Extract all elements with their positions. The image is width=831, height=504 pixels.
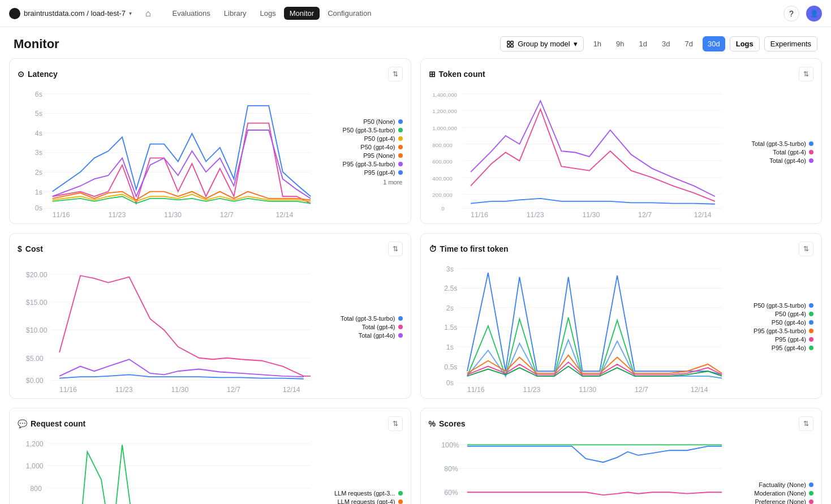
brand-dot	[9, 8, 20, 19]
avatar[interactable]: 👤	[806, 6, 822, 21]
legend-dot	[398, 162, 403, 166]
svg-text:12/7: 12/7	[634, 386, 648, 394]
svg-text:1,200,000: 1,200,000	[432, 108, 457, 114]
latency-chart-header: ⊙ Latency ⇅	[18, 67, 403, 81]
svg-text:12/14: 12/14	[690, 386, 708, 394]
legend-item: P95 (gpt-4)	[734, 336, 813, 343]
request-count-legend: LLM requests (gpt-3... LLM requests (gpt…	[324, 438, 403, 504]
svg-text:$0.00: $0.00	[26, 377, 44, 385]
svg-rect-2	[507, 44, 510, 46]
token-count-chart-card: ⊞ Token count ⇅ 1,400,000 1,200,000 1,00…	[420, 58, 823, 224]
request-count-chart-header: 💬 Request count ⇅	[18, 416, 403, 431]
latency-icon: ⊙	[18, 70, 24, 79]
request-count-chart-body: 1,200 1,000 800 600 400 200 0	[18, 438, 403, 504]
legend-item: LLM requests (gpt-3...	[324, 490, 403, 497]
legend-dot	[398, 499, 403, 504]
svg-rect-3	[511, 44, 513, 46]
legend-dot	[398, 128, 403, 132]
header-controls: Group by model ▾ 1h 9h 1d 3d 7d 30d Logs…	[500, 36, 817, 51]
ttft-filter-button[interactable]: ⇅	[799, 242, 813, 256]
cost-svg: $20.00 $15.00 $10.00 $5.00 $0.00	[18, 263, 318, 389]
legend-item: LLM requests (gpt-4)	[324, 498, 403, 504]
token-count-filter-button[interactable]: ⇅	[799, 67, 813, 81]
time-3d[interactable]: 3d	[657, 36, 675, 51]
svg-text:11/23: 11/23	[526, 211, 544, 219]
svg-text:11/30: 11/30	[579, 386, 596, 394]
legend-item: Total (gpt-3.5-turbo)	[324, 315, 403, 322]
cost-legend: Total (gpt-3.5-turbo) Total (gpt-4) Tota…	[324, 263, 403, 390]
view-experiments[interactable]: Experiments	[764, 36, 817, 51]
svg-text:2.5s: 2.5s	[444, 285, 457, 292]
svg-text:11/30: 11/30	[582, 211, 600, 219]
latency-filter-button[interactable]: ⇅	[388, 67, 403, 81]
legend-more: 1 more	[324, 179, 403, 186]
legend-item: Total (gpt-4o)	[324, 332, 403, 339]
svg-text:1,400,000: 1,400,000	[432, 92, 457, 98]
legend-dot	[809, 141, 813, 146]
token-count-chart-body: 1,400,000 1,200,000 1,000,000 800,000 60…	[429, 88, 814, 216]
svg-text:$15.00: $15.00	[26, 299, 48, 307]
help-icon[interactable]: ?	[783, 6, 799, 21]
cost-chart-body: $20.00 $15.00 $10.00 $5.00 $0.00	[18, 263, 403, 390]
token-count-chart-header: ⊞ Token count ⇅	[429, 67, 814, 81]
scores-filter-button[interactable]: ⇅	[799, 416, 813, 431]
svg-text:1,000: 1,000	[26, 462, 44, 470]
svg-text:6s: 6s	[35, 91, 42, 98]
brand[interactable]: braintrustdata.com / load-test-7 ▾	[9, 8, 132, 19]
group-by-button[interactable]: Group by model ▾	[500, 36, 584, 51]
time-30d[interactable]: 30d	[703, 36, 725, 51]
legend-dot	[398, 491, 403, 496]
latency-legend: P50 (None) P50 (gpt-3.5-turbo) P50 (gpt-…	[324, 88, 403, 216]
latency-chart-body: 6s 5s 4s 3s 2s 1s 0s	[18, 88, 403, 216]
token-count-icon: ⊞	[429, 70, 436, 79]
legend-item: Total (gpt-4)	[734, 149, 813, 156]
svg-text:80%: 80%	[444, 465, 458, 473]
legend-dot	[809, 303, 813, 308]
token-count-svg: 1,400,000 1,200,000 1,000,000 800,000 60…	[429, 88, 729, 214]
svg-text:60%: 60%	[444, 489, 458, 497]
svg-text:11/23: 11/23	[523, 386, 540, 394]
view-logs[interactable]: Logs	[730, 36, 760, 51]
time-7d[interactable]: 7d	[680, 36, 698, 51]
latency-chart-title: ⊙ Latency	[18, 70, 58, 79]
nav-library[interactable]: Library	[218, 7, 252, 20]
time-9h[interactable]: 9h	[611, 36, 629, 51]
nav-logs[interactable]: Logs	[255, 7, 282, 20]
cost-filter-button[interactable]: ⇅	[388, 242, 403, 256]
legend-item: Total (gpt-3.5-turbo)	[734, 140, 813, 147]
nav-configuration[interactable]: Configuration	[322, 7, 377, 20]
charts-grid: ⊙ Latency ⇅ 6s 5s 4s 3s 2s 1s 0s	[0, 58, 831, 504]
time-to-first-token-chart-card: ⏱ Time to first token ⇅ 3s 2.5s 2s 1.5s …	[420, 233, 823, 399]
time-1d[interactable]: 1d	[634, 36, 652, 51]
svg-text:12/7: 12/7	[220, 211, 234, 219]
legend-dot	[809, 483, 813, 487]
ttft-chart-body: 3s 2.5s 2s 1.5s 1s 0.5s 0s	[429, 263, 814, 390]
legend-dot	[809, 312, 813, 316]
cost-icon: $	[18, 244, 22, 253]
svg-text:5s: 5s	[35, 110, 42, 118]
request-count-chart-card: 💬 Request count ⇅ 1,200 1,000 800 600 40…	[9, 408, 411, 504]
home-icon[interactable]: ⌂	[143, 8, 153, 19]
legend-item: Moderation (None)	[734, 490, 813, 497]
nav-monitor[interactable]: Monitor	[284, 7, 320, 20]
svg-text:11/23: 11/23	[115, 386, 133, 394]
svg-rect-1	[511, 41, 513, 43]
request-count-filter-button[interactable]: ⇅	[388, 416, 403, 431]
cost-chart-title: $ Cost	[18, 244, 43, 253]
svg-text:11/16: 11/16	[467, 386, 484, 394]
page-header: Monitor Group by model ▾ 1h 9h 1d 3d 7d …	[0, 27, 831, 58]
latency-chart-area: 6s 5s 4s 3s 2s 1s 0s	[18, 88, 318, 216]
legend-item: P50 (gpt-3.5-turbo)	[324, 127, 403, 133]
legend-dot	[809, 346, 813, 350]
page-title: Monitor	[14, 37, 59, 51]
legend-item: P50 (gpt-3.5-turbo)	[734, 302, 813, 309]
svg-text:11/23: 11/23	[108, 211, 126, 219]
svg-text:11/16: 11/16	[53, 211, 70, 219]
nav-evaluations[interactable]: Evaluations	[167, 7, 216, 20]
svg-text:3s: 3s	[35, 149, 42, 157]
svg-text:4s: 4s	[35, 130, 42, 137]
time-1h[interactable]: 1h	[588, 36, 606, 51]
svg-text:2s: 2s	[446, 304, 453, 312]
brand-text: braintrustdata.com / load-test-7	[24, 9, 126, 18]
cost-chart-card: $ Cost ⇅ $20.00 $15.00 $10.00 $5.00 $0.0…	[9, 233, 411, 399]
